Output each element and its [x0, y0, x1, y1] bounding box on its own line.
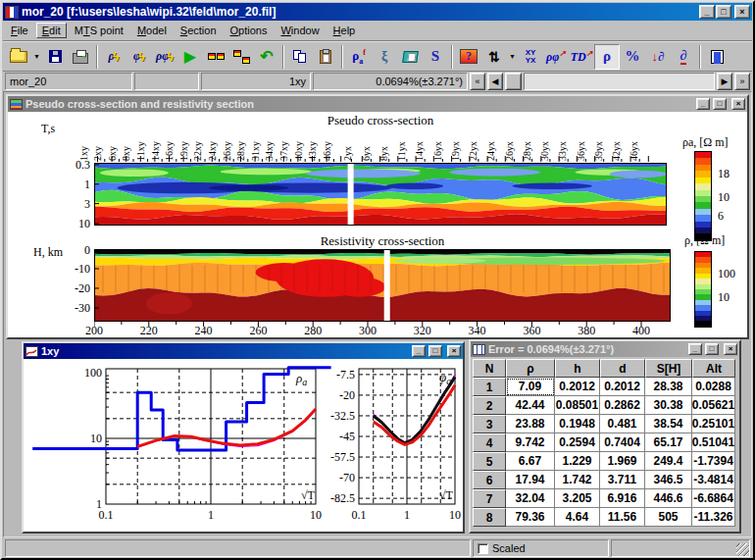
notebook-button[interactable]: [397, 44, 423, 70]
undo-button[interactable]: ↶: [254, 44, 279, 70]
last-point-button[interactable]: »: [734, 73, 750, 90]
table-cell[interactable]: 1.969: [600, 452, 645, 471]
table-cell[interactable]: 0.7404: [600, 433, 645, 452]
table-cell[interactable]: 505: [645, 508, 692, 527]
pseudo-section-plot[interactable]: [94, 155, 668, 226]
s-parameter-button[interactable]: S: [423, 44, 448, 70]
table-cell[interactable]: 7.09: [506, 378, 555, 396]
column-header-h[interactable]: h: [555, 359, 600, 378]
exit-button[interactable]: [704, 44, 730, 70]
table-cell[interactable]: -3.4814: [692, 471, 735, 489]
resize-grip[interactable]: [736, 543, 749, 556]
rho-phi-mode-button[interactable]: ρφ↗: [543, 44, 569, 70]
table-cell[interactable]: 32.04: [506, 489, 555, 508]
point-scroll-track[interactable]: [524, 73, 715, 90]
curve-maximize-button[interactable]: □: [428, 345, 442, 357]
split-view-button[interactable]: ⇅: [481, 44, 507, 70]
row-header[interactable]: 2: [473, 396, 506, 415]
mts-point-selector[interactable]: mor_20: [5, 73, 132, 90]
cascade-windows-button[interactable]: [228, 44, 254, 70]
curve-minimize-button[interactable]: _: [412, 345, 426, 357]
open-button-dropdown[interactable]: ▾: [31, 44, 42, 70]
table-cell[interactable]: 0.481: [600, 415, 645, 433]
table-cell[interactable]: 9.742: [506, 433, 555, 452]
table-cell[interactable]: 4.64: [555, 508, 600, 527]
section-close-button[interactable]: ×: [731, 98, 745, 110]
table-cell[interactable]: 23.88: [506, 415, 555, 433]
column-header-n[interactable]: N: [473, 359, 506, 378]
resistivity-section-plot[interactable]: [94, 249, 672, 329]
split-view-button-dropdown[interactable]: ▾: [507, 44, 518, 70]
forward-rho-phi-button[interactable]: ρφϟ: [152, 44, 177, 70]
table-cell[interactable]: 79.36: [506, 508, 555, 527]
scroll-thumb[interactable]: [505, 73, 522, 90]
row-header[interactable]: 4: [473, 433, 506, 452]
open-button[interactable]: [6, 44, 31, 70]
prev-point-button[interactable]: ◀: [487, 73, 503, 90]
table-cell[interactable]: 1.229: [555, 452, 600, 471]
sounding-curves-plot[interactable]: 1001010.1110√Tρa-7.5-20-32.5-45-57.5-70-…: [24, 361, 463, 530]
menu-mts-point[interactable]: MTS point: [69, 23, 129, 38]
curve-window-titlebar[interactable]: 1xy _ □ ×: [24, 343, 463, 359]
scaled-checkbox[interactable]: [478, 543, 488, 554]
save-button[interactable]: [42, 44, 68, 70]
table-cell[interactable]: 0.51041: [692, 433, 735, 452]
titlebar[interactable]: mor_20 [f:\users\lesha\wipi.32\feld\mor_…: [3, 3, 752, 21]
next-point-button[interactable]: ▶: [717, 73, 732, 90]
table-cell[interactable]: 1.742: [555, 471, 600, 489]
paste-button[interactable]: [313, 44, 338, 70]
menu-window[interactable]: Window: [275, 23, 325, 38]
section-minimize-button[interactable]: _: [696, 98, 710, 110]
row-header[interactable]: 1: [473, 378, 506, 396]
table-cell[interactable]: -1.7394: [692, 452, 735, 471]
table-minimize-button[interactable]: _: [688, 343, 702, 355]
partial-button[interactable]: ∂: [671, 44, 696, 70]
table-cell[interactable]: 0.2012: [555, 378, 600, 396]
table-cell[interactable]: 3.205: [555, 489, 600, 508]
table-cell[interactable]: 28.38: [645, 378, 692, 396]
rho-mode-button[interactable]: ρ: [594, 44, 620, 70]
table-cell[interactable]: 6.916: [600, 489, 645, 508]
table-cell[interactable]: -11.326: [692, 508, 735, 527]
section-maximize-button[interactable]: □: [713, 98, 727, 110]
forward-phi-button[interactable]: φϟ: [126, 44, 152, 70]
row-header[interactable]: 8: [473, 508, 506, 527]
curve-close-button[interactable]: ×: [447, 345, 461, 357]
menu-help[interactable]: Help: [327, 23, 362, 38]
column-header-ρ[interactable]: ρ: [506, 359, 555, 378]
rho-a-f-button[interactable]: ρaf: [346, 44, 372, 70]
table-cell[interactable]: 42.44: [506, 396, 555, 415]
table-cell[interactable]: 0.2862: [600, 396, 645, 415]
xy-yx-button[interactable]: XYYX: [518, 44, 543, 70]
table-cell[interactable]: 0.2594: [555, 433, 600, 452]
section-window-titlebar[interactable]: Pseudo cross-section and resistivity sec…: [8, 96, 747, 112]
menu-options[interactable]: Options: [225, 23, 274, 38]
menu-file[interactable]: File: [5, 23, 34, 38]
first-point-button[interactable]: «: [470, 73, 485, 90]
menu-model[interactable]: Model: [131, 23, 173, 38]
print-button[interactable]: [68, 44, 93, 70]
table-cell[interactable]: 30.38: [645, 396, 692, 415]
minimize-button[interactable]: _: [699, 5, 715, 19]
t-d-mode-button[interactable]: TD↗: [569, 44, 594, 70]
table-cell[interactable]: 3.711: [600, 471, 645, 489]
menu-section[interactable]: Section: [175, 23, 223, 38]
table-cell[interactable]: 346.5: [645, 471, 692, 489]
curve-selector[interactable]: 1xy: [201, 73, 311, 90]
smooth-curve-button[interactable]: ξ: [372, 44, 397, 70]
table-cell[interactable]: 0.05621: [692, 396, 735, 415]
percent-mode-button[interactable]: %: [620, 44, 645, 70]
column-header-alt[interactable]: Alt: [692, 359, 735, 378]
copy-button[interactable]: [287, 44, 313, 70]
table-cell[interactable]: -6.6864: [692, 489, 735, 508]
table-cell[interactable]: 6.67: [506, 452, 555, 471]
forward-rho-button[interactable]: ρϟ: [101, 44, 126, 70]
table-cell[interactable]: 0.0288: [692, 378, 735, 396]
table-cell[interactable]: 249.4: [645, 452, 692, 471]
row-header[interactable]: 3: [473, 415, 506, 433]
close-button[interactable]: ×: [734, 5, 750, 19]
row-header[interactable]: 7: [473, 489, 506, 508]
run-inversion-button[interactable]: ▶: [177, 44, 203, 70]
table-cell[interactable]: 0.25101: [692, 415, 735, 433]
row-header[interactable]: 5: [473, 452, 506, 471]
